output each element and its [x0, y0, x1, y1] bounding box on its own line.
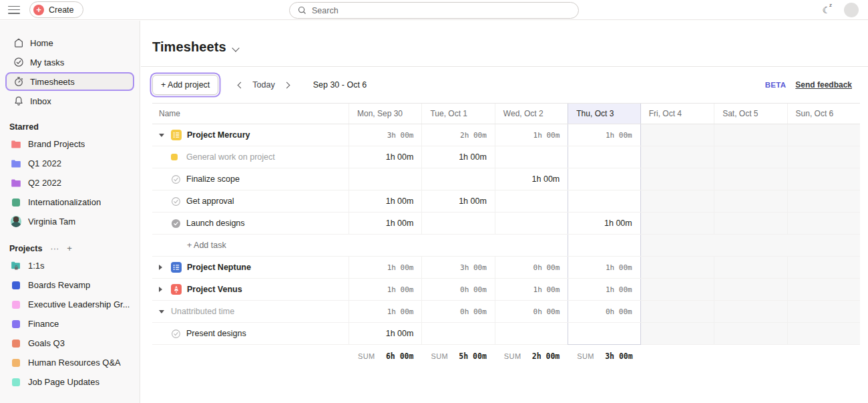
- sidebar-item-brand-projects[interactable]: Brand Projects: [0, 134, 140, 154]
- time-cell-day-3[interactable]: [568, 146, 640, 168]
- sidebar-item-home[interactable]: Home: [5, 33, 134, 52]
- time-cell-day-4[interactable]: [641, 257, 714, 278]
- caret-right-icon[interactable]: [159, 265, 171, 270]
- row-name-task[interactable]: Present designs: [152, 323, 349, 344]
- time-cell-day-2[interactable]: 0h 00m: [495, 257, 568, 278]
- add-task-button[interactable]: + Add task: [152, 235, 349, 256]
- sidebar-item-human-resources-q-a[interactable]: Human Resources Q&A: [0, 353, 140, 372]
- time-cell-day-1[interactable]: 2h 00m: [421, 124, 494, 146]
- time-cell-day-4[interactable]: [641, 279, 714, 300]
- create-button[interactable]: + Create: [29, 1, 83, 18]
- row-name-task[interactable]: General work on project: [152, 146, 349, 168]
- task-check-icon[interactable]: [171, 196, 181, 207]
- time-cell-day-6[interactable]: [787, 301, 860, 322]
- sidebar-item-q2-2022[interactable]: Q2 2022: [0, 173, 140, 192]
- search-input[interactable]: Search: [289, 2, 579, 19]
- sidebar-item-q1-2022[interactable]: Q1 2022: [0, 154, 140, 173]
- time-cell-day-5[interactable]: [714, 168, 787, 190]
- time-cell-day-1[interactable]: [421, 168, 494, 190]
- time-cell-day-2[interactable]: [495, 146, 568, 168]
- row-name-task[interactable]: Get approval: [152, 190, 349, 212]
- time-cell-day-0[interactable]: 1h 00m: [349, 279, 421, 300]
- time-cell-day-3[interactable]: 0h 00m: [568, 301, 640, 322]
- time-cell-day-1[interactable]: 3h 00m: [421, 257, 494, 278]
- sidebar-item-inbox[interactable]: Inbox: [5, 92, 134, 110]
- time-cell-day-5[interactable]: [714, 257, 787, 278]
- time-cell-day-2[interactable]: [495, 235, 568, 256]
- sidebar-item-job-page-updates[interactable]: Job Page Updates: [0, 372, 140, 392]
- time-cell-day-2[interactable]: [495, 213, 568, 234]
- time-cell-day-4[interactable]: [641, 235, 714, 256]
- row-name-project[interactable]: Project Neptune: [152, 257, 349, 278]
- next-week-button[interactable]: [280, 78, 294, 92]
- time-cell-day-0[interactable]: [349, 168, 421, 190]
- prev-week-button[interactable]: [233, 78, 248, 92]
- time-cell-day-3[interactable]: [568, 235, 640, 256]
- time-cell-day-0[interactable]: 1h 00m: [349, 213, 421, 234]
- time-cell-day-3[interactable]: 1h 00m: [568, 124, 640, 146]
- time-cell-day-1[interactable]: [421, 235, 494, 256]
- time-cell-day-5[interactable]: [714, 146, 787, 168]
- time-cell-day-6[interactable]: [787, 168, 860, 190]
- row-name-task[interactable]: Launch designs: [152, 213, 349, 234]
- time-cell-day-6[interactable]: [787, 213, 860, 234]
- sidebar-item-internationalization[interactable]: Internationalization: [0, 192, 140, 212]
- time-cell-day-3[interactable]: [568, 323, 640, 345]
- time-cell-day-5[interactable]: [714, 190, 787, 212]
- time-cell-day-6[interactable]: [787, 190, 860, 212]
- row-name-project[interactable]: Unattributed time: [152, 301, 349, 322]
- time-cell-day-3[interactable]: 1h 00m: [568, 279, 640, 300]
- time-cell-day-4[interactable]: [641, 146, 714, 168]
- time-cell-day-4[interactable]: [641, 323, 714, 344]
- time-cell-day-0[interactable]: 1h 00m: [349, 301, 421, 322]
- time-cell-day-6[interactable]: [787, 235, 860, 256]
- snooze-moon-icon[interactable]: ☾z: [822, 5, 833, 15]
- time-cell-day-2[interactable]: 1h 00m: [495, 124, 568, 146]
- time-cell-day-4[interactable]: [641, 168, 714, 190]
- sidebar-item-timesheets[interactable]: Timesheets: [5, 72, 134, 91]
- add-project-button[interactable]: + Add project: [152, 75, 218, 95]
- time-cell-day-0[interactable]: 1h 00m: [349, 257, 421, 278]
- sidebar-item-boards-revamp[interactable]: Boards Revamp: [0, 275, 140, 295]
- time-cell-day-2[interactable]: 0h 00m: [495, 301, 568, 322]
- caret-down-icon[interactable]: [159, 310, 171, 313]
- time-cell-day-0[interactable]: 3h 00m: [349, 124, 421, 146]
- time-cell-day-6[interactable]: [787, 279, 860, 300]
- time-cell-day-3[interactable]: [568, 168, 640, 190]
- time-cell-day-4[interactable]: [641, 301, 714, 322]
- time-cell-day-1[interactable]: 1h 00m: [421, 190, 494, 212]
- caret-right-icon[interactable]: [159, 287, 171, 292]
- time-cell-day-2[interactable]: [495, 190, 568, 212]
- time-cell-day-0[interactable]: 1h 00m: [349, 146, 421, 168]
- time-cell-day-2[interactable]: [495, 323, 568, 344]
- time-cell-day-0[interactable]: [349, 235, 421, 256]
- time-cell-day-6[interactable]: [787, 257, 860, 278]
- sidebar-item-my-tasks[interactable]: My tasks: [5, 53, 134, 72]
- sidebar-item-finance[interactable]: Finance: [0, 314, 140, 333]
- time-cell-day-1[interactable]: 1h 00m: [421, 146, 494, 168]
- sidebar-item-virginia-tam[interactable]: Virginia Tam: [0, 212, 140, 231]
- time-cell-day-3[interactable]: 1h 00m: [568, 213, 640, 234]
- time-cell-day-2[interactable]: 1h 00m: [495, 168, 568, 190]
- sidebar-item-goals-q3[interactable]: Goals Q3: [0, 333, 140, 353]
- time-cell-day-3[interactable]: [568, 190, 640, 212]
- time-cell-day-1[interactable]: 0h 00m: [421, 279, 494, 300]
- time-cell-day-4[interactable]: [641, 190, 714, 212]
- time-cell-day-6[interactable]: [787, 124, 860, 146]
- time-cell-day-5[interactable]: [714, 301, 787, 322]
- send-feedback-link[interactable]: Send feedback: [795, 80, 852, 90]
- time-cell-day-4[interactable]: [641, 213, 714, 234]
- time-cell-day-5[interactable]: [714, 323, 787, 344]
- time-cell-day-1[interactable]: 0h 00m: [421, 301, 494, 322]
- today-button[interactable]: Today: [252, 80, 274, 90]
- time-cell-day-3[interactable]: 1h 00m: [568, 257, 640, 278]
- time-cell-day-5[interactable]: [714, 279, 787, 300]
- time-cell-day-4[interactable]: [641, 124, 714, 146]
- task-check-icon[interactable]: [171, 174, 181, 184]
- time-cell-day-1[interactable]: [421, 323, 494, 344]
- user-avatar[interactable]: [844, 3, 859, 17]
- task-check-icon[interactable]: [171, 329, 181, 339]
- page-title-chevron-down-icon[interactable]: [232, 44, 239, 51]
- task-complete-icon[interactable]: [171, 219, 181, 229]
- time-cell-day-0[interactable]: 1h 00m: [349, 190, 421, 212]
